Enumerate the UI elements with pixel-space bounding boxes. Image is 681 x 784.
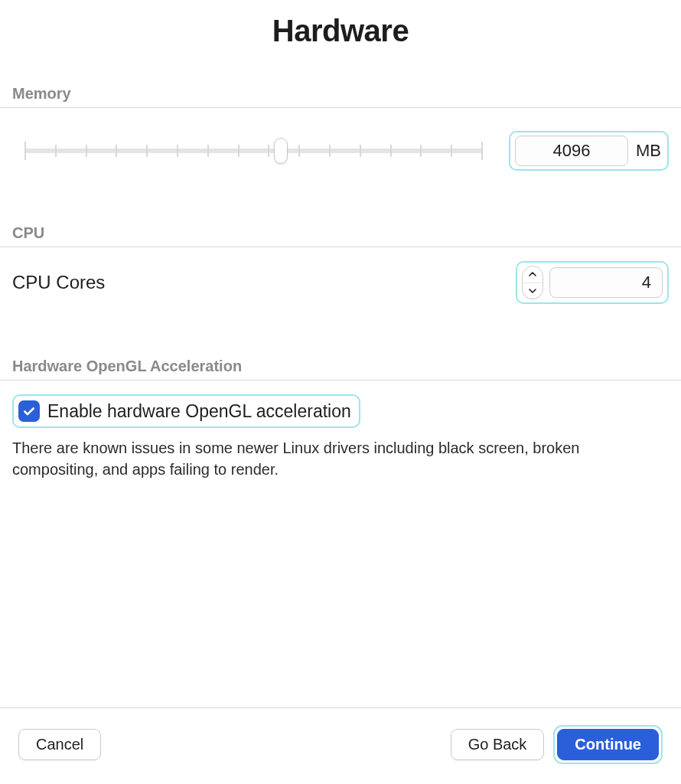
cpu-stepper	[522, 266, 543, 299]
check-icon	[22, 404, 36, 418]
cpu-stepper-down[interactable]	[523, 283, 543, 299]
memory-slider[interactable]	[12, 149, 495, 153]
footer: Cancel Go Back Continue	[0, 707, 681, 784]
cpu-stepper-up[interactable]	[523, 266, 543, 283]
memory-unit-label: MB	[636, 141, 661, 161]
divider	[0, 380, 681, 381]
cpu-section-header: CPU	[12, 224, 669, 242]
opengl-checkbox-label: Enable hardware OpenGL acceleration	[47, 401, 351, 422]
memory-field-group: MB	[509, 131, 669, 171]
continue-button-highlight: Continue	[553, 725, 663, 764]
memory-row: MB	[12, 108, 669, 171]
cpu-row: CPU Cores	[12, 247, 669, 304]
chevron-up-icon	[529, 272, 536, 276]
footer-right: Go Back Continue	[451, 725, 663, 764]
opengl-checkbox[interactable]	[18, 400, 40, 422]
go-back-button[interactable]: Go Back	[451, 729, 545, 760]
cpu-section: CPU CPU Cores	[12, 224, 669, 304]
page-title: Hardware	[12, 14, 669, 48]
opengl-checkbox-row[interactable]: Enable hardware OpenGL acceleration	[12, 394, 360, 428]
cpu-cores-label: CPU Cores	[12, 272, 105, 293]
cpu-field-group	[516, 261, 669, 304]
opengl-section: Hardware OpenGL Acceleration Enable hard…	[12, 358, 669, 480]
cancel-button[interactable]: Cancel	[18, 729, 101, 760]
memory-slider-thumb[interactable]	[274, 138, 288, 164]
opengl-section-header: Hardware OpenGL Acceleration	[12, 358, 669, 375]
memory-section-header: Memory	[12, 85, 669, 103]
memory-input[interactable]	[515, 136, 628, 166]
memory-section: Memory MB	[12, 85, 669, 171]
continue-button[interactable]: Continue	[557, 729, 659, 760]
opengl-note: There are known issues in some newer Lin…	[12, 437, 669, 480]
cpu-cores-input[interactable]	[549, 267, 663, 298]
chevron-down-icon	[529, 289, 536, 293]
